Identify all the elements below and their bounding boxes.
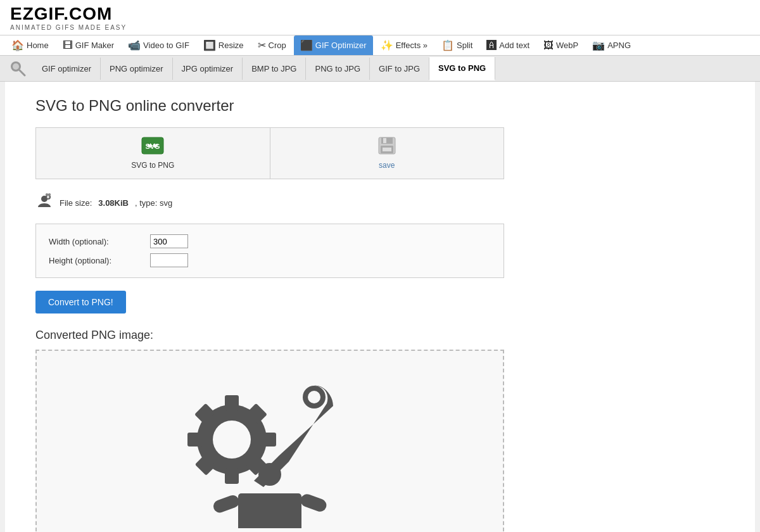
nav-add-text-label: Add text — [499, 41, 529, 50]
subnav-gif-optimizer[interactable]: GIF optimizer — [33, 58, 101, 80]
tool-buttons-row: SVG SVG to PNG save — [35, 127, 504, 179]
svg-rect-7 — [383, 138, 386, 143]
svg-to-png-button[interactable]: SVG SVG to PNG — [36, 128, 270, 179]
svg-point-12 — [47, 196, 49, 198]
svg-rect-15 — [225, 395, 239, 411]
convert-button[interactable]: Convert to PNG! — [35, 291, 126, 314]
svg-point-25 — [258, 463, 281, 486]
gif-optimizer-icon: ⬛ — [300, 39, 313, 51]
save-button[interactable]: save — [270, 128, 504, 179]
nav-home[interactable]: 🏠 Home — [5, 35, 55, 55]
height-label: Height (optional): — [49, 256, 150, 265]
svg-rect-9 — [383, 148, 391, 151]
svg-line-2 — [20, 70, 25, 75]
width-option-row: Width (optional): — [49, 234, 491, 248]
svg-rect-26 — [238, 493, 301, 528]
subnav-png-optimizer[interactable]: PNG optimizer — [101, 58, 173, 80]
nav-gif-maker[interactable]: 🎞 GIF Maker — [56, 35, 120, 55]
save-icon — [378, 137, 396, 158]
subnav-bmp-to-jpg[interactable]: BMP to JPG — [243, 58, 306, 80]
width-input[interactable] — [150, 234, 188, 248]
svg-point-14 — [213, 421, 251, 459]
svg-to-png-icon: SVG — [141, 137, 164, 158]
file-size-value: 3.08KiB — [98, 198, 129, 208]
home-icon: 🏠 — [11, 39, 24, 51]
add-text-icon: 🅰 — [486, 40, 497, 51]
split-icon: 📋 — [441, 39, 454, 51]
preview-svg-container — [137, 351, 403, 532]
crop-icon: ✂ — [258, 39, 266, 51]
options-box: Width (optional): Height (optional): — [35, 224, 504, 278]
subnav-logo — [5, 56, 30, 81]
file-size-label: File size: — [60, 198, 92, 208]
nav-gif-optimizer[interactable]: ⬛ GIF Optimizer — [294, 35, 373, 55]
svg-text:SVG: SVG — [146, 142, 160, 150]
nav-home-label: Home — [27, 41, 49, 50]
height-input[interactable] — [150, 253, 188, 267]
video-icon: 📹 — [128, 39, 141, 51]
logo-main-text: EZGIF.COM — [10, 5, 127, 23]
nav-split-label: Split — [457, 41, 472, 50]
nav-apng-label: APNG — [607, 41, 631, 50]
sub-navbar: GIF optimizer PNG optimizer JPG optimize… — [0, 56, 760, 82]
nav-gif-maker-label: GIF Maker — [75, 41, 114, 50]
svg-rect-18 — [260, 433, 276, 446]
converted-image-preview — [35, 350, 504, 532]
nav-video-to-gif[interactable]: 📹 Video to GIF — [122, 35, 196, 55]
resize-icon: 🔲 — [203, 39, 216, 51]
nav-crop-label: Crop — [269, 41, 286, 50]
site-logo[interactable]: EZGIF.COM Animated GIFs Made Easy — [10, 5, 127, 31]
nav-split[interactable]: 📋 Split — [435, 35, 479, 55]
save-label: save — [379, 161, 395, 170]
svg-point-24 — [308, 391, 320, 403]
nav-effects[interactable]: ✨ Effects » — [374, 35, 434, 55]
svg-rect-17 — [187, 433, 203, 446]
nav-gif-optimizer-label: GIF Optimizer — [315, 41, 367, 50]
main-content: SVG to PNG online converter SVG SVG to P… — [5, 82, 755, 532]
svg-to-png-label: SVG to PNG — [131, 161, 174, 170]
nav-resize-label: Resize — [218, 41, 244, 50]
nav-webp-label: WebP — [556, 41, 578, 50]
page-title: SVG to PNG online converter — [35, 97, 725, 115]
file-info-row: File size: 3.08KiB , type: svg — [35, 192, 725, 213]
webp-icon: 🖼 — [543, 40, 554, 51]
svg-rect-28 — [299, 492, 328, 513]
subnav-png-to-jpg[interactable]: PNG to JPG — [306, 58, 370, 80]
nav-video-to-gif-label: Video to GIF — [143, 41, 189, 50]
nav-webp[interactable]: 🖼 WebP — [537, 35, 585, 55]
width-label: Width (optional): — [49, 237, 150, 246]
converted-label: Converted PNG image: — [35, 329, 725, 342]
svg-rect-27 — [212, 493, 241, 514]
subnav-gif-to-jpg[interactable]: GIF to JPG — [370, 58, 429, 80]
logo-sub-text: Animated GIFs Made Easy — [10, 24, 127, 31]
effects-icon: ✨ — [381, 39, 393, 51]
nav-crop[interactable]: ✂ Crop — [251, 35, 293, 55]
svg-rect-6 — [381, 137, 393, 144]
main-navbar: 🏠 Home 🎞 GIF Maker 📹 Video to GIF 🔲 Resi… — [0, 35, 760, 56]
nav-apng[interactable]: 📷 APNG — [586, 35, 637, 55]
file-type-label: , type: svg — [135, 198, 172, 208]
svg-point-1 — [13, 63, 19, 70]
subnav-svg-to-png[interactable]: SVG to PNG — [429, 57, 495, 80]
svg-rect-16 — [225, 468, 239, 484]
gif-maker-icon: 🎞 — [63, 40, 73, 51]
height-option-row: Height (optional): — [49, 253, 491, 267]
apng-icon: 📷 — [592, 39, 605, 51]
nav-resize[interactable]: 🔲 Resize — [197, 35, 250, 55]
file-settings-icon — [35, 192, 53, 213]
subnav-jpg-optimizer[interactable]: JPG optimizer — [173, 58, 243, 80]
nav-effects-label: Effects » — [396, 41, 428, 50]
nav-add-text[interactable]: 🅰 Add text — [480, 35, 536, 55]
